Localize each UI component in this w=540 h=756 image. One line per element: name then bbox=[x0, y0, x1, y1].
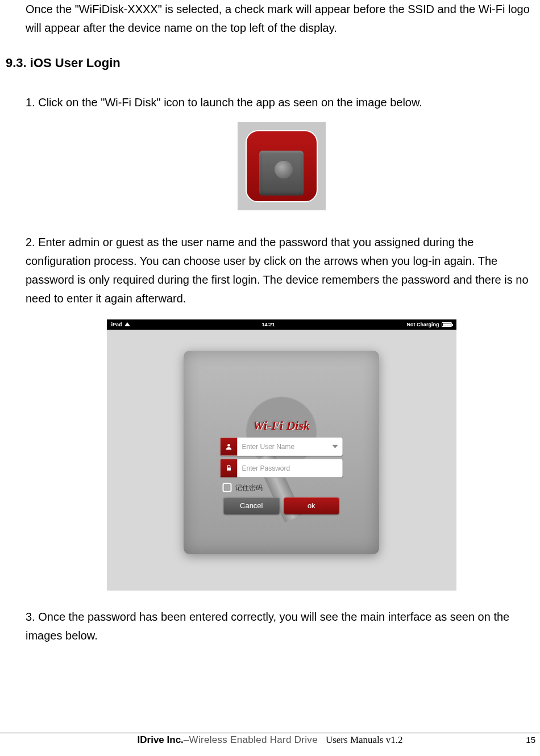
ipad-frame: iPad 14:21 Not Charging Wi-Fi Disk bbox=[107, 319, 456, 591]
svg-point-0 bbox=[227, 443, 230, 446]
step-2-text: 2. Enter admin or guest as the user name… bbox=[26, 233, 537, 308]
section-heading: 9.3. iOS User Login bbox=[6, 56, 537, 70]
username-placeholder: Enter User Name bbox=[242, 442, 295, 450]
footer-page-number: 15 bbox=[526, 735, 535, 745]
battery-icon bbox=[442, 322, 452, 327]
password-placeholder: Enter Password bbox=[242, 464, 290, 472]
app-icon-background: Wi-Fi Disk bbox=[238, 122, 326, 210]
username-input[interactable]: Enter User Name bbox=[238, 437, 343, 455]
intro-paragraph: Once the "WiFiDisk-XXXX" is selected, a … bbox=[26, 0, 537, 38]
wifi-icon bbox=[124, 322, 130, 326]
button-row: Cancel ok bbox=[221, 497, 343, 514]
svg-rect-1 bbox=[227, 467, 231, 470]
lock-icon bbox=[221, 459, 238, 477]
status-time: 14:21 bbox=[130, 322, 407, 327]
login-card: Wi-Fi Disk Enter User Name bbox=[221, 418, 343, 514]
footer-subtitle: –Wireless Enabled Hard Drive bbox=[184, 734, 318, 746]
footer-company: IDrive Inc. bbox=[138, 734, 184, 746]
user-icon bbox=[221, 437, 238, 455]
remember-label: 记住密码 bbox=[235, 483, 263, 492]
ipad-login-figure: iPad 14:21 Not Charging Wi-Fi Disk bbox=[26, 319, 537, 591]
ok-button[interactable]: ok bbox=[284, 497, 339, 514]
step-1-text: 1. Click on the "Wi-Fi Disk" icon to lau… bbox=[26, 93, 537, 112]
app-icon-figure: Wi-Fi Disk bbox=[26, 122, 537, 210]
username-field-row[interactable]: Enter User Name bbox=[221, 437, 343, 455]
ipad-body: Wi-Fi Disk Enter User Name bbox=[107, 330, 456, 591]
status-device-label: iPad bbox=[111, 322, 122, 327]
remember-checkbox[interactable] bbox=[223, 483, 232, 492]
hard-disk-icon bbox=[259, 151, 304, 196]
app-icon-label: Wi-Fi Disk bbox=[238, 216, 326, 224]
step-3-text: 3. Once the password has been entered co… bbox=[26, 608, 537, 645]
status-bar: iPad 14:21 Not Charging bbox=[107, 319, 456, 330]
password-input[interactable]: Enter Password bbox=[238, 459, 343, 477]
status-charging-label: Not Charging bbox=[407, 322, 439, 327]
password-field-row[interactable]: Enter Password bbox=[221, 459, 343, 477]
footer-manual: Users Manuals v1.2 bbox=[326, 734, 403, 746]
page-footer: IDrive Inc. –Wireless Enabled Hard Drive… bbox=[0, 733, 540, 746]
cancel-button[interactable]: Cancel bbox=[224, 497, 280, 514]
chevron-down-icon[interactable] bbox=[333, 445, 338, 448]
remember-row[interactable]: 记住密码 bbox=[221, 480, 343, 497]
login-logo-label: Wi-Fi Disk bbox=[221, 418, 343, 433]
wifi-disk-app-icon bbox=[246, 130, 318, 202]
